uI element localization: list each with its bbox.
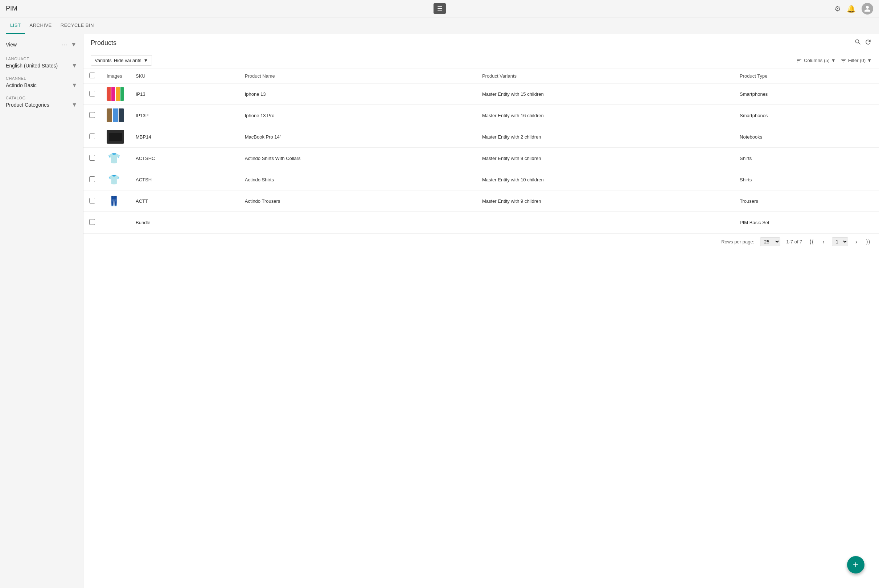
th-product-name: Product Name	[239, 69, 476, 83]
row-checkbox[interactable]	[89, 155, 95, 161]
product-header-actions	[854, 39, 872, 48]
search-button[interactable]	[854, 39, 862, 48]
product-image-cell	[101, 83, 130, 105]
top-bar: PIM ☰ ⚙ 🔔	[0, 0, 879, 17]
select-all-checkbox[interactable]	[89, 72, 95, 78]
table-footer: Rows per page: 25 50 100 1-7 of 7 ⟨⟨ ‹ 1…	[84, 233, 879, 250]
refresh-button[interactable]	[864, 39, 872, 48]
hamburger-button[interactable]: ☰	[434, 3, 446, 14]
th-sku: SKU	[130, 69, 239, 83]
row-checkbox[interactable]	[89, 134, 95, 139]
th-select-all	[84, 69, 101, 83]
table-row[interactable]: 👕ACTSHCActindo Shirts With CollarsMaster…	[84, 148, 879, 169]
rows-per-page-select[interactable]: 25 50 100	[760, 237, 780, 246]
product-type: PIM Basic Set	[734, 212, 879, 233]
pagination-info: 1-7 of 7	[786, 239, 802, 244]
product-header: Products	[84, 34, 879, 52]
sidebar-catalog-row: Catalog Product Categories ▼	[6, 96, 77, 108]
variants-button[interactable]: Variants Hide variants ▼	[91, 55, 152, 66]
tab-archive[interactable]: ARCHIVE	[25, 17, 56, 34]
app-title: PIM	[6, 5, 17, 12]
table-row[interactable]: 👖ACTTActindo TrousersMaster Entity with …	[84, 190, 879, 212]
notification-button[interactable]: 🔔	[847, 4, 856, 13]
product-image-cell: 👕	[101, 148, 130, 169]
row-checkbox[interactable]	[89, 112, 95, 118]
row-checkbox[interactable]	[89, 91, 95, 96]
tabs-bar: LIST ARCHIVE RECYCLE BIN	[0, 17, 879, 34]
sidebar-content: View ⋯ ▼ Language English (United States…	[0, 34, 83, 121]
table-row[interactable]: 👕ACTSHActindo ShirtsMaster Entity with 1…	[84, 169, 879, 190]
sidebar-view-row: View ⋯ ▼	[6, 40, 77, 50]
table-row[interactable]: BundlePIM Basic Set	[84, 212, 879, 233]
last-page-button[interactable]: ⟩⟩	[864, 238, 872, 246]
table-row[interactable]: MBP14MacBook Pro 14"Master Entity with 2…	[84, 126, 879, 148]
product-type: Smartphones	[734, 105, 879, 126]
columns-button[interactable]: Columns (5) ▼	[796, 57, 836, 64]
next-page-button[interactable]: ›	[854, 238, 859, 246]
sidebar-language-row: Language English (United States) ▼	[6, 57, 77, 69]
product-name: Iphone 13	[239, 83, 476, 105]
sidebar: View ⋯ ▼ Language English (United States…	[0, 34, 84, 588]
variants-chevron-icon: ▼	[144, 58, 148, 63]
catalog-dropdown-btn[interactable]: ▼	[72, 102, 77, 108]
table-body: IP13Iphone 13Master Entity with 15 child…	[84, 83, 879, 233]
product-type: Shirts	[734, 169, 879, 190]
product-sku: ACTSHC	[130, 148, 239, 169]
page-select[interactable]: 1	[832, 237, 848, 246]
product-type: Shirts	[734, 148, 879, 169]
catalog-value: Product Categories	[6, 102, 50, 108]
prev-page-button[interactable]: ‹	[821, 238, 826, 246]
product-sku: MBP14	[130, 126, 239, 148]
table-header-row: Images SKU Product Name Product Variants…	[84, 69, 879, 83]
sidebar-view-dots[interactable]: ⋯	[61, 40, 69, 50]
columns-chevron-icon: ▼	[831, 58, 836, 63]
product-type: Smartphones	[734, 83, 879, 105]
content-area: Products Variants Hide variants ▼	[84, 34, 879, 588]
tab-recycle-bin[interactable]: RECYCLE BIN	[56, 17, 98, 34]
th-images: Images	[101, 69, 130, 83]
language-dropdown-btn[interactable]: ▼	[72, 62, 77, 69]
row-checkbox[interactable]	[89, 176, 95, 182]
product-name: Actindo Trousers	[239, 190, 476, 212]
sidebar-view-dropdown[interactable]: ▼	[70, 40, 77, 49]
product-name	[239, 212, 476, 233]
filter-button[interactable]: Filter (0) ▼	[840, 57, 872, 64]
product-image-cell	[101, 212, 130, 233]
product-sku: Bundle	[130, 212, 239, 233]
row-checkbox[interactable]	[89, 219, 95, 225]
product-variants: Master Entity with 9 children	[476, 190, 734, 212]
main-layout: View ⋯ ▼ Language English (United States…	[0, 34, 879, 588]
th-product-type: Product Type	[734, 69, 879, 83]
channel-label: Channel	[6, 76, 77, 81]
sidebar-view-label: View	[6, 42, 17, 48]
row-checkbox[interactable]	[89, 198, 95, 204]
product-variants: Master Entity with 16 children	[476, 105, 734, 126]
avatar[interactable]	[862, 3, 873, 15]
filter-label: Filter (0)	[848, 58, 866, 63]
add-product-fab[interactable]: +	[847, 556, 864, 573]
product-image-cell	[101, 105, 130, 126]
toolbar: Variants Hide variants ▼ Columns (5) ▼ F…	[84, 52, 879, 69]
product-sku: ACTT	[130, 190, 239, 212]
products-table: Images SKU Product Name Product Variants…	[84, 69, 879, 233]
table-row[interactable]: IP13Iphone 13Master Entity with 15 child…	[84, 83, 879, 105]
product-sku: IP13	[130, 83, 239, 105]
filter-chevron-icon: ▼	[867, 58, 872, 63]
catalog-label: Catalog	[6, 96, 77, 100]
settings-button[interactable]: ⚙	[834, 4, 841, 13]
channel-value: Actindo Basic	[6, 82, 37, 88]
channel-dropdown-btn[interactable]: ▼	[72, 82, 77, 88]
product-sku: IP13P	[130, 105, 239, 126]
columns-label: Columns (5)	[804, 58, 830, 63]
product-area: Products Variants Hide variants ▼	[84, 34, 879, 588]
table-row[interactable]: IP13PIphone 13 ProMaster Entity with 16 …	[84, 105, 879, 126]
product-variants: Master Entity with 10 children	[476, 169, 734, 190]
first-page-button[interactable]: ⟨⟨	[808, 238, 815, 246]
tab-list[interactable]: LIST	[6, 17, 25, 34]
product-image-cell: 👖	[101, 190, 130, 212]
product-name: Actindo Shirts With Collars	[239, 148, 476, 169]
rows-per-page-label: Rows per page:	[721, 239, 754, 244]
product-image-cell: 👕	[101, 169, 130, 190]
product-variants: Master Entity with 2 children	[476, 126, 734, 148]
toolbar-right: Columns (5) ▼ Filter (0) ▼	[796, 57, 872, 64]
